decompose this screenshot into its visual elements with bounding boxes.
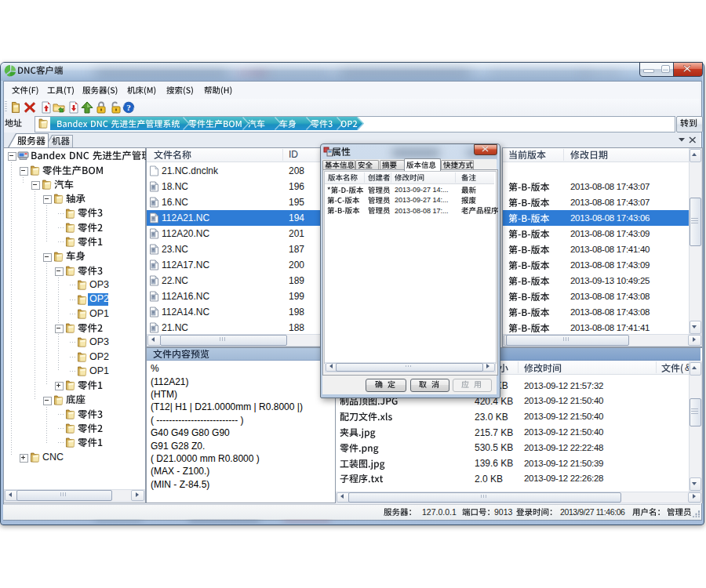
svg-text:?: ?	[126, 103, 131, 112]
